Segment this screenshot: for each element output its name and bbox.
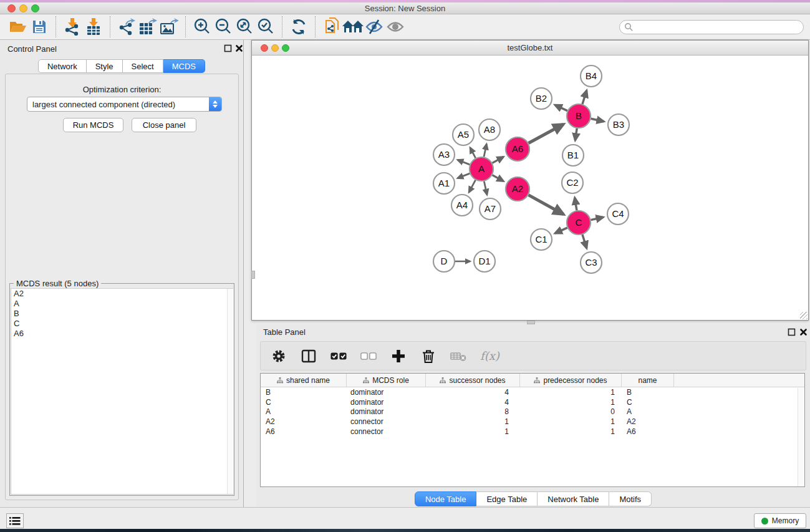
table-cell[interactable]: 1 [520, 398, 622, 407]
table-cell[interactable]: A2 [622, 417, 674, 426]
deselect-all-checkboxes-icon[interactable] [360, 348, 377, 364]
show-column-panel-icon[interactable] [301, 348, 317, 364]
edge-A-A2[interactable] [493, 175, 504, 181]
result-item[interactable]: A2 [11, 289, 233, 299]
zoom-network-button[interactable] [282, 44, 289, 52]
table-row[interactable]: Bdominator41B [261, 387, 804, 397]
function-builder-icon[interactable]: f(x) [480, 348, 499, 364]
node-B3[interactable]: B3 [608, 114, 629, 135]
float-table-panel-icon[interactable] [788, 328, 796, 336]
table-cell[interactable]: 1 [520, 388, 622, 397]
minimize-window-button[interactable] [19, 4, 27, 12]
table-cell[interactable]: A [622, 407, 674, 416]
node-B[interactable]: B [567, 104, 591, 128]
node-C[interactable]: C [567, 211, 591, 235]
node-C1[interactable]: C1 [531, 229, 552, 250]
result-item[interactable]: A [11, 299, 233, 309]
minimize-network-button[interactable] [271, 44, 279, 52]
search-field[interactable] [619, 20, 804, 34]
node-A6[interactable]: A6 [506, 137, 529, 161]
edge-A2-C[interactable] [529, 195, 564, 215]
mcds-result-list[interactable]: A2ABCA6 [11, 288, 233, 495]
open-session-icon[interactable] [7, 16, 29, 37]
close-network-button[interactable] [261, 44, 268, 52]
column-header-shared-name[interactable]: shared name [261, 374, 347, 387]
table-cell[interactable]: 1 [520, 417, 622, 426]
node-A2[interactable]: A2 [506, 177, 529, 201]
edge-C-C2[interactable] [575, 198, 577, 210]
node-B1[interactable]: B1 [562, 145, 584, 166]
table-options-gear-icon[interactable] [271, 348, 287, 364]
criterion-dropdown[interactable]: largest connected component (directed) [27, 97, 222, 112]
zoom-out-icon[interactable] [213, 16, 234, 37]
table-cell[interactable]: B [622, 388, 674, 397]
table-cell[interactable]: A6 [261, 427, 347, 436]
column-header-name[interactable]: name [622, 374, 674, 387]
column-header-predecessor-nodes[interactable]: predecessor nodes [520, 374, 622, 387]
home-view-icon[interactable] [342, 16, 364, 37]
node-C3[interactable]: C3 [581, 252, 602, 273]
table-cell[interactable]: A [261, 407, 347, 416]
refresh-icon[interactable] [288, 16, 309, 37]
node-A[interactable]: A [470, 157, 493, 181]
table-cell[interactable]: 0 [520, 407, 622, 416]
node-A8[interactable]: A8 [479, 119, 500, 140]
export-table-icon[interactable] [137, 16, 158, 37]
edge-C-C3[interactable] [582, 235, 587, 248]
edge-B-B2[interactable] [555, 105, 567, 110]
table-scrollbar[interactable] [798, 388, 804, 486]
tab-edge-table[interactable]: Edge Table [476, 491, 538, 506]
node-A3[interactable]: A3 [433, 144, 455, 165]
table-cell[interactable]: C [261, 398, 347, 407]
result-item[interactable]: A6 [11, 329, 233, 339]
edge-A-A1[interactable] [458, 173, 470, 178]
edge-B-B1[interactable] [575, 128, 577, 140]
resize-grip-icon[interactable] [800, 312, 808, 319]
tab-node-table[interactable]: Node Table [415, 491, 477, 506]
table-cell[interactable]: A6 [622, 427, 674, 436]
zoom-window-button[interactable] [31, 4, 39, 12]
node-A1[interactable]: A1 [433, 173, 455, 194]
tab-network-table[interactable]: Network Table [538, 491, 609, 506]
table-row[interactable]: Cdominator41C [261, 397, 804, 407]
tab-motifs[interactable]: Motifs [609, 491, 652, 506]
import-table-icon[interactable] [83, 16, 104, 37]
zoom-in-icon[interactable] [191, 16, 213, 37]
edge-B-B3[interactable] [591, 118, 604, 122]
table-row[interactable]: A2connector11A2 [261, 417, 804, 427]
edge-A-A4[interactable] [469, 180, 476, 193]
tab-select[interactable]: Select [123, 59, 163, 73]
table-cell[interactable]: 4 [426, 398, 520, 407]
memory-button[interactable]: Memory [754, 513, 806, 528]
show-graphics-details-icon[interactable] [385, 16, 406, 37]
column-header-successor-nodes[interactable]: successor nodes [426, 374, 520, 387]
close-table-panel-icon[interactable] [799, 328, 808, 336]
import-network-icon[interactable] [62, 16, 83, 37]
node-B2[interactable]: B2 [531, 88, 552, 109]
table-row[interactable]: Adominator80A [261, 407, 804, 417]
table-row[interactable]: A6connector11A6 [261, 427, 804, 437]
edge-A-A3[interactable] [458, 160, 470, 164]
edge-A-A8[interactable] [484, 144, 486, 157]
table-cell[interactable]: 1 [520, 427, 622, 436]
table-cell[interactable]: dominator [347, 398, 426, 407]
clone-network-icon[interactable] [321, 16, 342, 37]
table-cell[interactable]: 1 [426, 427, 520, 436]
table-cell[interactable]: dominator [347, 407, 426, 416]
zoom-selected-icon[interactable] [255, 16, 276, 37]
network-window-titlebar[interactable]: testGlobe.txt [252, 41, 808, 56]
zoom-fit-icon[interactable] [234, 16, 255, 37]
edge-A-A5[interactable] [470, 148, 476, 158]
table-cell[interactable]: dominator [347, 388, 426, 397]
result-scrollbar[interactable] [227, 289, 233, 494]
network-canvas[interactable]: AA6A2BCA1A3A5A8A4A7B1B2B3B4C1C2C3C4DD1 [252, 56, 808, 320]
table-cell[interactable]: 8 [426, 407, 520, 416]
edge-A-A6[interactable] [493, 157, 504, 163]
table-cell[interactable]: B [261, 388, 347, 397]
tab-mcds[interactable]: MCDS [163, 59, 205, 73]
result-item[interactable]: B [11, 309, 233, 319]
close-panel-icon[interactable] [235, 44, 243, 52]
node-C2[interactable]: C2 [562, 172, 583, 193]
node-D[interactable]: D [433, 251, 455, 272]
node-C4[interactable]: C4 [607, 203, 629, 225]
